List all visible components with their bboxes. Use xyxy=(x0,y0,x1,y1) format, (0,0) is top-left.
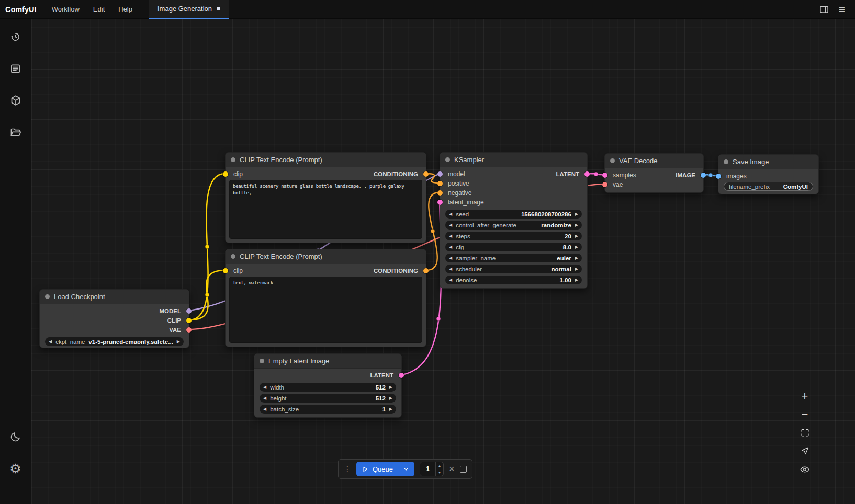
node-clip-text-encode-positive[interactable]: CLIP Text Encode (Prompt) clip CONDITION… xyxy=(225,152,426,243)
sidebar-button-node-list[interactable] xyxy=(4,57,27,80)
input-slot-samples[interactable] xyxy=(602,173,608,178)
widget-batch-size[interactable]: ◀ batch_size 1 ▶ xyxy=(260,405,396,414)
output-slot-latent[interactable] xyxy=(584,171,590,177)
widget-steps[interactable]: ◀ steps 20 ▶ xyxy=(445,232,582,240)
collapse-dot[interactable] xyxy=(724,159,728,164)
node-header[interactable]: KSampler xyxy=(440,153,587,167)
increment-arrow-icon[interactable]: ▶ xyxy=(389,396,392,400)
prompt-textarea[interactable]: text, watermark xyxy=(229,277,422,343)
output-slot-conditioning[interactable] xyxy=(423,171,429,177)
increment-arrow-icon[interactable]: ▶ xyxy=(575,256,578,260)
increment-arrow-icon[interactable]: ▶ xyxy=(575,267,578,271)
decrement-arrow-icon[interactable]: ◀ xyxy=(449,278,452,282)
queue-options-button[interactable] xyxy=(398,465,410,473)
node-header[interactable]: CLIP Text Encode (Prompt) xyxy=(226,153,426,167)
decrement-arrow-icon[interactable]: ◀ xyxy=(49,340,52,344)
collapse-dot[interactable] xyxy=(231,254,235,259)
step-down-icon[interactable]: ▾ xyxy=(436,469,443,476)
collapse-dot[interactable] xyxy=(231,157,235,162)
increment-arrow-icon[interactable]: ▶ xyxy=(389,385,392,390)
toggle-link-visibility-button[interactable] xyxy=(796,461,814,478)
select-mode-button[interactable] xyxy=(796,442,814,460)
node-save-image[interactable]: Save Image images filename_prefix ComfyU… xyxy=(718,154,819,194)
zoom-in-button[interactable]: + xyxy=(796,387,814,405)
input-slot-vae[interactable] xyxy=(602,182,608,187)
stop-button[interactable] xyxy=(460,466,467,473)
input-slot-positive[interactable] xyxy=(437,181,443,186)
increment-arrow-icon[interactable]: ▶ xyxy=(389,407,392,411)
decrement-arrow-icon[interactable]: ◀ xyxy=(263,396,266,400)
collapse-dot[interactable] xyxy=(45,294,50,299)
widget-height[interactable]: ◀ height 512 ▶ xyxy=(260,394,396,403)
node-clip-text-encode-negative[interactable]: CLIP Text Encode (Prompt) clip CONDITION… xyxy=(225,249,426,347)
output-slot-clip[interactable] xyxy=(186,318,192,323)
widget-cfg[interactable]: ◀ cfg 8.0 ▶ xyxy=(445,243,582,251)
increment-arrow-icon[interactable]: ▶ xyxy=(575,245,578,249)
increment-arrow-icon[interactable]: ▶ xyxy=(575,223,578,227)
decrement-arrow-icon[interactable]: ◀ xyxy=(263,385,266,390)
menu-help[interactable]: Help xyxy=(111,0,139,19)
node-vae-decode[interactable]: VAE Decode samples IMAGE vae xyxy=(604,153,704,193)
widget-ckpt-name[interactable]: ◀ ckpt_name v1-5-pruned-emaonly.safete..… xyxy=(45,337,184,346)
widget-width[interactable]: ◀ width 512 ▶ xyxy=(260,383,396,392)
sidebar-button-models[interactable] xyxy=(4,89,27,112)
output-slot-image[interactable] xyxy=(701,173,706,178)
menu-workflow[interactable]: Workflow xyxy=(45,0,86,19)
input-slot-images[interactable] xyxy=(716,174,721,179)
input-slot-negative[interactable] xyxy=(437,190,443,196)
increment-arrow-icon[interactable]: ▶ xyxy=(575,234,578,238)
prompt-textarea[interactable]: beautiful scenery nature glass bottle la… xyxy=(229,180,422,239)
sidebar-button-history[interactable] xyxy=(4,25,27,48)
menu-edit[interactable]: Edit xyxy=(86,0,111,19)
collapse-dot[interactable] xyxy=(445,157,450,162)
node-header[interactable]: CLIP Text Encode (Prompt) xyxy=(226,249,426,264)
zoom-out-button[interactable]: − xyxy=(796,406,814,423)
decrement-arrow-icon[interactable]: ◀ xyxy=(263,407,266,411)
node-header[interactable]: VAE Decode xyxy=(605,154,703,168)
collapse-dot[interactable] xyxy=(260,359,264,363)
widget-denoise[interactable]: ◀ denoise 1.00 ▶ xyxy=(445,276,582,284)
output-slot-vae[interactable] xyxy=(186,327,192,333)
output-slot-model[interactable] xyxy=(186,308,192,314)
output-slot-latent[interactable] xyxy=(399,373,404,378)
queue-button[interactable]: Queue xyxy=(356,462,414,476)
input-slot-latent-image[interactable] xyxy=(437,200,443,205)
input-slot-model[interactable] xyxy=(437,171,443,177)
fit-view-button[interactable] xyxy=(796,424,814,441)
tab-image-generation[interactable]: Image Generation xyxy=(149,0,229,19)
settings-button[interactable]: ⚙ xyxy=(4,457,27,480)
widget-seed[interactable]: ◀ seed 156680208700286 ▶ xyxy=(445,210,582,219)
input-slot-clip[interactable] xyxy=(223,171,228,177)
main-menu-button[interactable]: ≡ xyxy=(834,2,850,17)
input-slot-clip[interactable] xyxy=(223,268,228,273)
widget-sampler-name[interactable]: ◀ sampler_name euler ▶ xyxy=(445,254,582,262)
step-up-icon[interactable]: ▴ xyxy=(436,462,443,469)
node-header[interactable]: Load Checkpoint xyxy=(40,290,189,304)
increment-arrow-icon[interactable]: ▶ xyxy=(575,278,578,282)
sidebar-button-workflows[interactable] xyxy=(4,121,27,144)
batch-count-stepper[interactable]: 1 ▴ ▾ xyxy=(420,462,444,476)
decrement-arrow-icon[interactable]: ◀ xyxy=(449,267,452,271)
toggle-panel-button[interactable] xyxy=(816,2,832,17)
widget-filename-prefix[interactable]: filename_prefix ComfyUI xyxy=(724,182,813,191)
theme-toggle-button[interactable] xyxy=(4,425,27,448)
decrement-arrow-icon[interactable]: ◀ xyxy=(449,234,452,238)
output-slot-conditioning[interactable] xyxy=(423,268,429,273)
node-load-checkpoint[interactable]: Load Checkpoint MODEL CLIP VAE ◀ ckpt_na… xyxy=(39,289,189,348)
widget-control-after-generate[interactable]: ◀ control_after_generate randomize ▶ xyxy=(445,221,582,230)
node-empty-latent-image[interactable]: Empty Latent Image LATENT ◀ width 512 ▶ … xyxy=(254,353,402,418)
increment-arrow-icon[interactable]: ▶ xyxy=(575,212,578,216)
node-header[interactable]: Save Image xyxy=(718,155,818,169)
decrement-arrow-icon[interactable]: ◀ xyxy=(449,245,452,249)
collapse-dot[interactable] xyxy=(610,158,615,163)
drag-handle-icon[interactable]: ⋮ xyxy=(344,465,351,473)
interrupt-button[interactable]: × xyxy=(449,464,455,474)
decrement-arrow-icon[interactable]: ◀ xyxy=(449,212,452,216)
decrement-arrow-icon[interactable]: ◀ xyxy=(449,223,452,227)
node-ksampler[interactable]: KSampler model LATENT positive negative … xyxy=(440,152,588,289)
decrement-arrow-icon[interactable]: ◀ xyxy=(449,256,452,260)
input-label: images xyxy=(726,173,747,180)
widget-scheduler[interactable]: ◀ scheduler normal ▶ xyxy=(445,265,582,273)
increment-arrow-icon[interactable]: ▶ xyxy=(177,340,180,344)
node-header[interactable]: Empty Latent Image xyxy=(254,354,401,369)
